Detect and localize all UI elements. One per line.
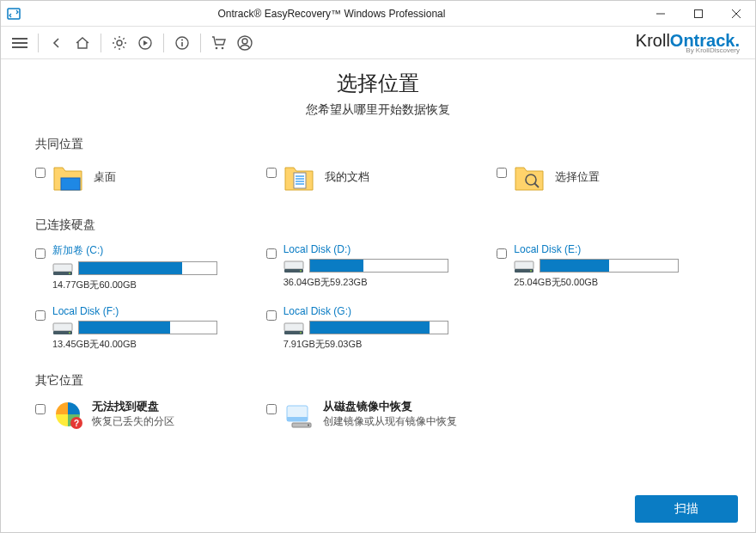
svg-point-45 (308, 425, 309, 426)
drive-name: 新加卷 (C:) (52, 243, 259, 258)
minimize-button[interactable] (642, 1, 680, 27)
drive-name: Local Disk (E:) (514, 243, 721, 255)
account-button[interactable] (233, 31, 257, 55)
drive-name: Local Disk (G:) (284, 305, 491, 317)
other-missing-sub: 恢复已丢失的分区 (92, 414, 259, 429)
drive-item[interactable]: 新加卷 (C:) 14.77GB无60.00GB (35, 243, 259, 291)
drive-checkbox[interactable] (266, 248, 277, 259)
hard-drive-icon (52, 260, 73, 277)
missing-disk-icon: ? (52, 399, 83, 430)
svg-point-27 (69, 273, 70, 274)
svg-point-16 (242, 39, 247, 44)
svg-rect-0 (8, 9, 20, 19)
section-common-title: 共同位置 (35, 137, 721, 152)
location-choose-checkbox[interactable] (497, 168, 507, 178)
toolbar-separator (163, 34, 164, 52)
choose-folder-icon (514, 162, 546, 195)
disk-image-icon (284, 399, 314, 430)
drive-checkbox[interactable] (497, 248, 507, 259)
desktop-folder-icon (52, 162, 85, 195)
svg-rect-28 (284, 261, 303, 269)
drive-usage-bar (309, 321, 448, 334)
svg-rect-37 (284, 323, 303, 331)
location-desktop[interactable]: 桌面 (35, 162, 259, 195)
svg-text:?: ? (74, 419, 79, 428)
svg-point-33 (530, 270, 532, 272)
drive-checkbox[interactable] (35, 310, 46, 321)
drive-usage-bar (309, 259, 448, 273)
other-disk-image[interactable]: 从磁盘镜像中恢复 创建镜像或从现有镜像中恢复 (266, 399, 491, 430)
window-title: Ontrack® EasyRecovery™ Windows Professio… (21, 8, 642, 20)
other-missing-title: 无法找到硬盘 (92, 399, 259, 414)
svg-point-11 (181, 39, 183, 40)
svg-point-8 (117, 40, 122, 46)
drive-item[interactable]: Local Disk (D:) 36.04GB无59.23GB (266, 243, 491, 291)
svg-rect-31 (515, 261, 533, 269)
other-grid: ? 无法找到硬盘 恢复已丢失的分区 从磁盘镜像中恢复 创建镜像或从现有镜像中恢复 (35, 399, 721, 430)
hard-drive-icon (52, 319, 73, 336)
other-image-title: 从磁盘镜像中恢复 (323, 399, 491, 414)
drive-usage-bar (540, 259, 679, 273)
other-missing-checkbox[interactable] (35, 404, 46, 414)
drive-item[interactable]: Local Disk (F:) 13.45GB无40.00GB (35, 305, 259, 351)
drive-checkbox[interactable] (266, 310, 277, 321)
window-controls (642, 1, 755, 27)
location-desktop-label: 桌面 (94, 169, 116, 185)
section-other-title: 其它位置 (35, 373, 721, 389)
svg-point-14 (222, 46, 224, 49)
svg-point-36 (69, 332, 70, 334)
toolbar-separator (200, 34, 201, 52)
svg-rect-34 (53, 323, 72, 331)
drive-item[interactable]: Local Disk (E:) 25.04GB无50.00GB (497, 243, 721, 291)
location-choose-label: 选择位置 (555, 169, 600, 185)
other-image-sub: 创建镜像或从现有镜像中恢复 (323, 414, 491, 429)
main-content: 选择位置 您希望从哪里开始数据恢复 共同位置 桌面 我的文档 选择位置 已连接硬… (1, 59, 755, 482)
svg-rect-25 (53, 264, 72, 272)
drive-usage-bar (78, 261, 217, 275)
cart-button[interactable] (207, 31, 231, 55)
info-button[interactable] (170, 31, 194, 55)
drive-stats: 13.45GB无40.00GB (52, 338, 259, 351)
other-image-checkbox[interactable] (266, 404, 277, 414)
hard-drive-icon (514, 257, 534, 274)
settings-button[interactable] (107, 31, 131, 55)
drive-name: Local Disk (D:) (284, 243, 491, 255)
svg-point-13 (216, 46, 218, 49)
close-button[interactable] (717, 1, 755, 27)
location-documents[interactable]: 我的文档 (266, 162, 491, 195)
drive-checkbox[interactable] (35, 248, 46, 259)
scan-button[interactable]: 扫描 (635, 495, 738, 523)
toolbar: KrollOntrack. By KrollDiscovery (1, 27, 755, 59)
location-documents-label: 我的文档 (325, 169, 369, 185)
svg-rect-2 (695, 9, 703, 17)
drive-usage-bar (78, 321, 217, 334)
svg-rect-17 (61, 178, 80, 190)
drive-item[interactable]: Local Disk (G:) 7.91GB无59.03GB (266, 305, 491, 351)
drive-stats: 36.04GB无59.23GB (284, 276, 491, 289)
toolbar-separator (101, 34, 101, 52)
location-documents-checkbox[interactable] (266, 168, 277, 178)
documents-folder-icon (284, 162, 316, 195)
location-choose[interactable]: 选择位置 (497, 162, 721, 195)
hard-drive-icon (284, 319, 304, 336)
hard-drive-icon (284, 257, 304, 274)
svg-rect-43 (287, 417, 308, 421)
location-desktop-checkbox[interactable] (35, 168, 46, 178)
svg-point-30 (300, 270, 302, 272)
svg-rect-18 (294, 173, 306, 188)
page-title: 选择位置 (35, 70, 721, 97)
home-button[interactable] (70, 31, 94, 55)
common-locations-grid: 桌面 我的文档 选择位置 (35, 162, 721, 195)
resume-recovery-button[interactable] (133, 31, 157, 55)
menu-button[interactable] (8, 31, 32, 55)
back-button[interactable] (45, 31, 69, 55)
drive-stats: 7.91GB无59.03GB (284, 338, 491, 351)
maximize-button[interactable] (680, 1, 717, 27)
svg-point-39 (300, 332, 302, 334)
page-subtitle: 您希望从哪里开始数据恢复 (35, 102, 721, 118)
brand-part1: Kroll (636, 31, 670, 50)
section-drives-title: 已连接硬盘 (35, 217, 721, 233)
other-missing-disk[interactable]: ? 无法找到硬盘 恢复已丢失的分区 (35, 399, 259, 430)
drive-stats: 14.77GB无60.00GB (52, 279, 259, 291)
toolbar-separator (38, 34, 39, 52)
